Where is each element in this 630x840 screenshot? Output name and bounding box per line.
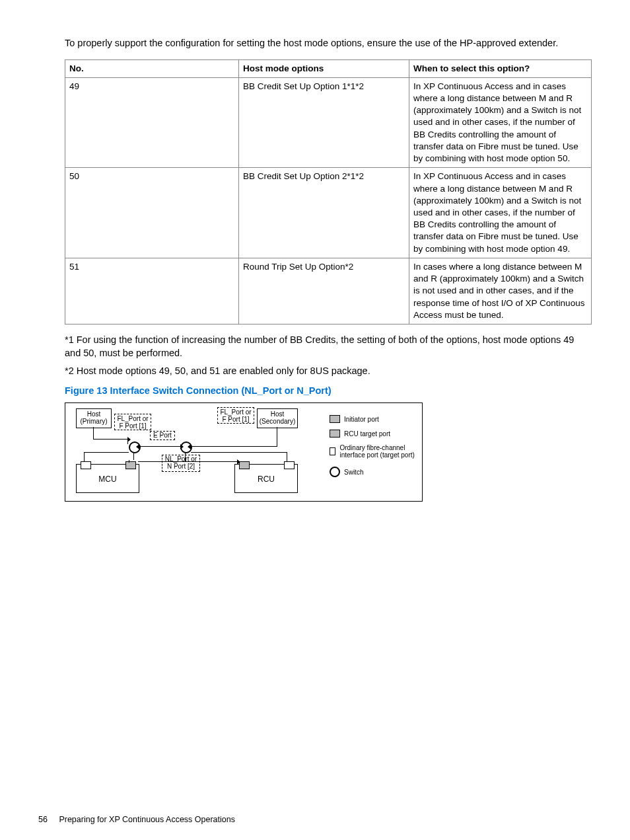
- host-primary-box: Host (Primary): [76, 408, 112, 428]
- e-port-label: E Port: [150, 431, 175, 440]
- mcu-box: MCU: [76, 464, 139, 493]
- connector-line: [277, 427, 277, 447]
- table-row: 50 BB Credit Set Up Option 2*1*2 In XP C…: [65, 168, 592, 258]
- rcu-label: RCU: [235, 475, 297, 484]
- legend-text: Initiator port: [344, 416, 379, 423]
- cell-no: 49: [65, 77, 239, 168]
- port-icon: [239, 461, 250, 469]
- table-row: 49 BB Credit Set Up Option 1*1*2 In XP C…: [65, 77, 592, 168]
- footnote-2: *2 Host mode options 49, 50, and 51 are …: [65, 365, 592, 378]
- connector-line: [129, 460, 129, 463]
- connector-line: [191, 446, 277, 447]
- cell-no: 50: [65, 168, 239, 258]
- legend-square-icon: [330, 430, 340, 438]
- table-row: 51 Round Trip Set Up Option*2 In cases w…: [65, 258, 592, 324]
- legend-circle-icon: [330, 467, 340, 477]
- header-when: When to select this option?: [409, 59, 592, 77]
- connector-line: [138, 461, 237, 462]
- rcu-box: RCU: [234, 464, 298, 493]
- legend-rcu-target: RCU target port: [330, 430, 390, 438]
- footnote-1: *1 For using the function of increasing …: [65, 334, 592, 360]
- header-no: No.: [65, 59, 239, 77]
- connector-line: [93, 439, 127, 439]
- intro-paragraph: To properly support the configuration fo…: [65, 37, 592, 50]
- connector-line: [84, 452, 129, 453]
- fl-port-right-label: FL_Port or F Port [1]: [217, 407, 254, 424]
- fl-port-left-label: FL_Port or F Port [1]: [114, 414, 151, 430]
- host-mode-options-table: No. Host mode options When to select thi…: [65, 59, 592, 325]
- figure-caption: Figure 13 Interface Switch Connection (N…: [65, 385, 592, 398]
- legend-text: Switch: [344, 469, 363, 476]
- connector-line: [191, 452, 287, 453]
- connector-line: [139, 446, 180, 447]
- cell-no: 51: [65, 258, 239, 324]
- connector-line: [127, 439, 128, 444]
- connector-line: [287, 452, 287, 461]
- legend-switch: Switch: [330, 467, 363, 477]
- host-secondary-box: Host (Secondary): [257, 408, 298, 428]
- cell-when: In cases where a long distance between M…: [409, 258, 592, 324]
- nl-port-label: NL_Port or N Port [2]: [162, 455, 200, 472]
- cell-option: BB Credit Set Up Option 1*1*2: [239, 77, 409, 168]
- interface-switch-diagram: Host (Primary) FL_Port or F Port [1] FL_…: [65, 402, 423, 502]
- legend-initiator: Initiator port: [330, 415, 379, 423]
- port-icon: [284, 461, 295, 469]
- legend-square-icon: [330, 447, 335, 455]
- cell-when: In XP Continuous Access and in cases whe…: [409, 168, 592, 258]
- cell-option: BB Credit Set Up Option 2*1*2: [239, 168, 409, 258]
- connector-line: [185, 452, 186, 461]
- legend-text: Ordinary fibre-channel interface port (t…: [339, 444, 415, 459]
- connector-line: [93, 427, 94, 439]
- table-header-row: No. Host mode options When to select thi…: [65, 59, 592, 77]
- legend-square-icon: [330, 415, 340, 423]
- connector-line: [133, 452, 134, 460]
- cell-when: In XP Continuous Access and in cases whe…: [409, 77, 592, 168]
- mcu-label: MCU: [77, 475, 139, 484]
- port-icon: [81, 461, 91, 469]
- cell-option: Round Trip Set Up Option*2: [239, 258, 409, 324]
- port-icon: [125, 461, 136, 469]
- header-options: Host mode options: [239, 59, 409, 77]
- legend-text: RCU target port: [344, 430, 390, 438]
- connector-line: [84, 452, 85, 461]
- legend-ordinary: Ordinary fibre-channel interface port (t…: [330, 444, 415, 459]
